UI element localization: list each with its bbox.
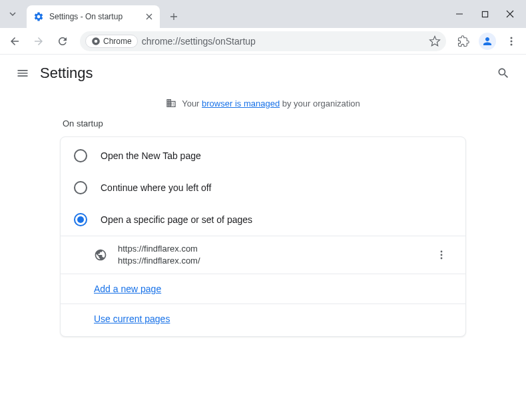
- search-settings-button[interactable]: [490, 60, 517, 87]
- close-icon: [146, 13, 152, 20]
- titlebar: Settings - On startup: [0, 0, 526, 28]
- radio-checked-icon: [74, 213, 87, 226]
- more-vert-icon: [506, 36, 517, 47]
- close-icon: [506, 10, 514, 18]
- globe-icon: [94, 248, 107, 262]
- svg-point-5: [511, 43, 513, 45]
- chrome-menu-button[interactable]: [501, 31, 522, 52]
- new-tab-button[interactable]: [164, 7, 184, 27]
- bookmark-button[interactable]: [429, 35, 441, 47]
- use-current-row[interactable]: Use current pages: [61, 304, 465, 333]
- svg-point-8: [441, 258, 443, 260]
- add-page-link[interactable]: Add a new page: [94, 284, 161, 294]
- menu-button[interactable]: [9, 60, 36, 87]
- managed-text: Your browser is managed by your organiza…: [182, 99, 360, 108]
- page-more-button[interactable]: [431, 244, 452, 266]
- maximize-icon: [481, 11, 489, 18]
- url-text: chrome://settings/onStartup: [142, 36, 425, 47]
- chevron-down-icon: [9, 10, 17, 18]
- close-window-button[interactable]: [498, 4, 522, 24]
- radio-icon: [74, 181, 87, 194]
- forward-button[interactable]: [28, 31, 49, 52]
- radio-specific-pages[interactable]: Open a specific page or set of pages: [61, 204, 465, 236]
- back-button[interactable]: [4, 31, 25, 52]
- page-title: Settings: [40, 65, 93, 82]
- arrow-forward-icon: [33, 35, 45, 47]
- extensions-icon: [457, 35, 469, 47]
- startup-card: Open the New Tab page Continue where you…: [60, 136, 466, 337]
- plus-icon: [170, 13, 178, 21]
- radio-icon: [74, 149, 87, 162]
- page-url: https://findflarex.com/: [118, 255, 420, 267]
- avatar: [479, 33, 496, 50]
- browser-toolbar: Chrome chrome://settings/onStartup: [0, 28, 526, 55]
- svg-rect-0: [482, 11, 487, 17]
- startup-page-row: https://findflarex.com https://findflare…: [61, 236, 465, 274]
- window-controls: [447, 0, 526, 28]
- reload-button[interactable]: [52, 31, 73, 52]
- page-title: https://findflarex.com: [118, 243, 420, 255]
- hamburger-icon: [16, 67, 29, 80]
- svg-point-7: [441, 254, 443, 256]
- svg-point-4: [511, 40, 513, 42]
- site-info-chip[interactable]: Chrome: [85, 35, 138, 48]
- settings-header: Settings: [0, 55, 526, 92]
- search-icon: [497, 67, 510, 80]
- browser-tab[interactable]: Settings - On startup: [27, 5, 160, 28]
- extensions-button[interactable]: [453, 31, 474, 52]
- settings-content: On startup Open the New Tab page Continu…: [0, 114, 526, 337]
- use-current-link[interactable]: Use current pages: [94, 314, 170, 324]
- svg-point-3: [511, 37, 513, 39]
- tab-close-button[interactable]: [144, 11, 154, 22]
- star-icon: [429, 35, 441, 47]
- radio-new-tab[interactable]: Open the New Tab page: [61, 140, 465, 172]
- domain-icon: [166, 98, 176, 108]
- managed-link[interactable]: browser is managed: [202, 99, 280, 108]
- managed-banner: Your browser is managed by your organiza…: [0, 92, 526, 114]
- person-icon: [481, 35, 493, 47]
- settings-gear-icon: [33, 11, 44, 22]
- svg-point-6: [441, 251, 443, 253]
- radio-continue[interactable]: Continue where you left off: [61, 172, 465, 204]
- tab-title: Settings - On startup: [49, 12, 138, 21]
- maximize-button[interactable]: [473, 4, 497, 24]
- arrow-back-icon: [9, 35, 21, 47]
- radio-label: Open a specific page or set of pages: [101, 214, 252, 225]
- minimize-icon: [455, 10, 463, 18]
- section-title: On startup: [60, 118, 466, 128]
- profile-button[interactable]: [477, 31, 498, 52]
- chip-label: Chrome: [103, 37, 132, 46]
- radio-label: Continue where you left off: [101, 182, 211, 193]
- svg-point-2: [95, 39, 98, 43]
- tab-search-button[interactable]: [0, 0, 25, 28]
- startup-pages-list: https://findflarex.com https://findflare…: [61, 236, 465, 333]
- add-page-row[interactable]: Add a new page: [61, 274, 465, 304]
- more-vert-icon: [436, 250, 447, 260]
- minimize-button[interactable]: [447, 4, 471, 24]
- radio-label: Open the New Tab page: [101, 150, 201, 161]
- reload-icon: [57, 35, 69, 47]
- address-bar[interactable]: Chrome chrome://settings/onStartup: [80, 31, 446, 51]
- chrome-logo-icon: [91, 37, 101, 46]
